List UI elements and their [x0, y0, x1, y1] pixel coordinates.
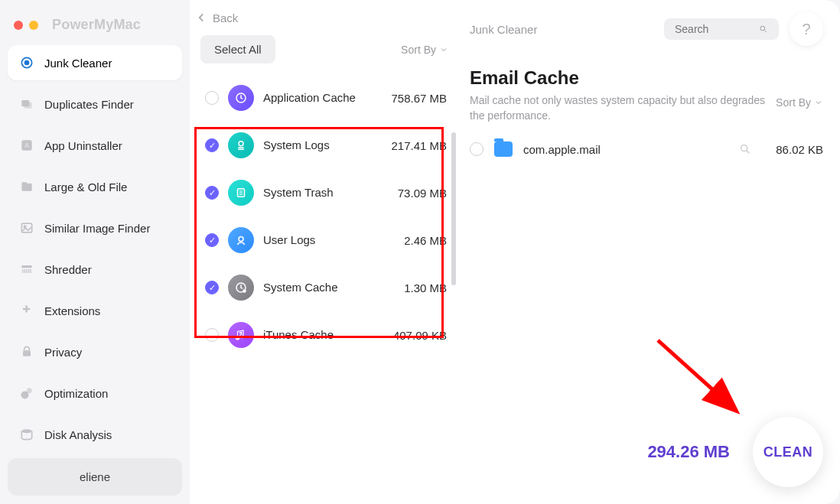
detail-panel: Junk Cleaner ? Email Cache Mail cache no…: [462, 0, 840, 504]
nav-optimization[interactable]: Optimization: [8, 376, 182, 411]
nav-duplicates-finder[interactable]: Duplicates Finder: [8, 86, 182, 122]
category-name: System Cache: [263, 281, 370, 295]
category-size: 758.67 MB: [379, 92, 447, 105]
nav-label: App Uninstaller: [44, 139, 122, 152]
checkbox[interactable]: [205, 91, 219, 105]
nav-privacy[interactable]: Privacy: [8, 334, 182, 369]
nav-label: Optimization: [44, 387, 108, 400]
category-list: Application Cache 758.67 MB System Logs …: [190, 71, 462, 504]
file-row[interactable]: com.apple.mail 86.02 KB: [462, 134, 840, 164]
system-logs-icon: [228, 132, 254, 158]
svg-point-13: [27, 388, 32, 393]
category-name: System Logs: [263, 138, 370, 153]
file-name: com.apple.mail: [523, 143, 728, 156]
category-user-logs[interactable]: User Logs 2.46 MB: [190, 216, 462, 264]
svg-point-24: [241, 335, 244, 338]
search-input[interactable]: [675, 23, 751, 35]
category-size: 73.09 MB: [379, 187, 447, 200]
optimization-icon: [18, 385, 35, 402]
nav-similar-image-finder[interactable]: Similar Image Finder: [8, 210, 182, 245]
checkbox[interactable]: [205, 328, 219, 342]
nav-extensions[interactable]: Extensions: [8, 293, 182, 328]
extensions-icon: [18, 302, 35, 319]
large-file-icon: [18, 178, 35, 195]
svg-text:A: A: [24, 141, 29, 149]
category-size: 217.41 MB: [379, 139, 447, 152]
checkbox[interactable]: [205, 281, 219, 294]
select-all-button[interactable]: Select All: [200, 35, 275, 63]
minimize-window-icon[interactable]: [29, 21, 38, 30]
user-badge[interactable]: eliene: [8, 458, 182, 496]
total-size: 294.26 MB: [647, 442, 730, 462]
sort-by-label: Sort By: [776, 96, 811, 109]
checkbox[interactable]: [205, 233, 219, 247]
duplicates-icon: [18, 96, 35, 112]
category-size: 2.46 MB: [379, 234, 447, 247]
nav-label: Shredder: [44, 263, 92, 276]
checkbox[interactable]: [205, 138, 219, 152]
window-titlebar: PowerMyMac: [8, 9, 182, 45]
sidebar: PowerMyMac Junk Cleaner Duplicates Finde…: [0, 0, 190, 504]
svg-point-25: [760, 26, 765, 31]
scrollbar[interactable]: [451, 132, 456, 285]
category-itunes-cache[interactable]: iTunes Cache 407.09 KB: [190, 311, 462, 359]
category-application-cache[interactable]: Application Cache 758.67 MB: [190, 74, 462, 122]
svg-rect-11: [23, 350, 31, 356]
checkbox[interactable]: [470, 142, 483, 156]
reveal-in-finder-icon[interactable]: [739, 143, 751, 155]
breadcrumb: Junk Cleaner: [470, 23, 537, 36]
svg-rect-7: [21, 182, 27, 184]
nav-label: Similar Image Finder: [44, 222, 150, 235]
disk-icon: [18, 426, 35, 443]
chevron-down-icon: [814, 98, 823, 107]
nav-shredder[interactable]: Shredder: [8, 252, 182, 287]
nav-label: Junk Cleaner: [44, 57, 112, 70]
svg-point-16: [239, 141, 243, 146]
footer-bar: 294.26 MB CLEAN: [647, 417, 823, 487]
shredder-icon: [18, 261, 35, 278]
user-logs-icon: [228, 227, 254, 253]
category-system-cache[interactable]: System Cache 1.30 MB: [190, 264, 462, 311]
section-title: Email Cache: [462, 54, 840, 93]
section-description: Mail cache not only wastes system capaci…: [470, 93, 768, 123]
category-name: User Logs: [263, 233, 370, 248]
annotation-arrow: [650, 333, 757, 428]
system-trash-icon: [228, 180, 254, 206]
svg-point-20: [239, 237, 243, 242]
help-button[interactable]: ?: [790, 12, 823, 46]
nav-label: Extensions: [44, 304, 100, 317]
nav-label: Privacy: [44, 346, 82, 359]
chevron-down-icon: [439, 45, 448, 54]
app-title: PowerMyMac: [52, 17, 141, 33]
itunes-cache-icon: [228, 322, 254, 348]
clean-button[interactable]: CLEAN: [753, 417, 823, 487]
checkbox[interactable]: [205, 186, 219, 200]
svg-line-27: [658, 340, 734, 409]
file-size: 86.02 KB: [762, 143, 823, 156]
nav-label: Disk Analysis: [44, 428, 112, 441]
svg-rect-3: [24, 102, 32, 109]
nav-large-old-file[interactable]: Large & Old File: [8, 169, 182, 204]
system-cache-icon: [228, 275, 254, 301]
detail-sort-by-dropdown[interactable]: Sort By: [776, 93, 823, 109]
sort-by-dropdown[interactable]: Sort By: [401, 44, 448, 56]
user-name: eliene: [80, 470, 110, 483]
close-window-icon[interactable]: [14, 21, 23, 30]
similar-image-icon: [18, 219, 35, 236]
uninstaller-icon: A: [18, 137, 35, 154]
sort-by-label: Sort By: [401, 44, 436, 56]
search-box[interactable]: [664, 18, 779, 40]
svg-point-23: [236, 337, 239, 340]
category-controls: Select All Sort By: [190, 32, 462, 71]
nav-label: Duplicates Finder: [44, 98, 134, 111]
nav-junk-cleaner[interactable]: Junk Cleaner: [8, 45, 182, 80]
back-button[interactable]: Back: [190, 0, 462, 32]
svg-rect-18: [238, 149, 244, 151]
nav-app-uninstaller[interactable]: A App Uninstaller: [8, 128, 182, 163]
privacy-icon: [18, 343, 35, 360]
category-system-logs[interactable]: System Logs 217.41 MB: [190, 122, 462, 169]
nav-disk-analysis[interactable]: Disk Analysis: [8, 417, 182, 452]
category-system-trash[interactable]: System Trash 73.09 MB: [190, 169, 462, 216]
category-size: 1.30 MB: [379, 281, 447, 294]
junk-cleaner-icon: [18, 54, 35, 71]
